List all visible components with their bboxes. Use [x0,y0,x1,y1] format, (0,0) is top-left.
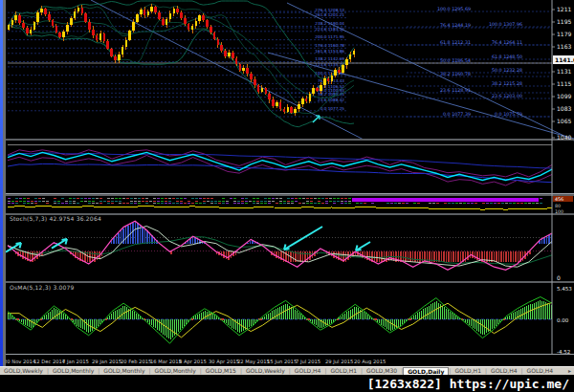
svg-text:0: 0 [557,274,561,281]
svg-text:29 Jul 2015: 29 Jul 2015 [325,359,353,365]
svg-text:20 Feb 2015: 20 Feb 2015 [121,359,151,364]
svg-text:1083: 1083 [557,105,571,112]
svg-text:261.8 1201.21: 261.8 1201.21 [315,12,344,17]
svg-text:1163: 1163 [557,43,571,50]
svg-text:1131: 1131 [557,68,571,75]
svg-text:1195: 1195 [557,18,571,25]
chart-tab-gold-m30[interactable]: GOLD,M30 [363,367,401,375]
svg-text:1099: 1099 [557,93,571,99]
status-bar: [1263x822] https://upic.me/ [0,375,574,392]
chart-tab-gold-monthly[interactable]: GOLD,Monthly [151,367,200,375]
svg-text:1179: 1179 [557,31,571,37]
svg-text:22 May 2015: 22 May 2015 [237,359,270,365]
chart-tab-gold-weekly[interactable]: GOLD,Weekly [0,367,47,375]
svg-text:29 Jan 2015: 29 Jan 2015 [92,359,121,365]
status-text: [1263x822] https://upic.me/ [367,377,574,391]
svg-text:-4.52: -4.52 [557,349,570,355]
svg-text:1211: 1211 [557,6,571,12]
svg-text:100.0 1295.69: 100.0 1295.69 [437,7,471,11]
svg-text:16 Mar 2015: 16 Mar 2015 [150,359,182,364]
chart-canvas[interactable]: 276.4 1208.13261.8 1201.21238.2 1190.042… [0,0,574,366]
chart-tab-gold-monthly[interactable]: GOLD,Monthly [49,367,98,375]
svg-text:12 Dec 2014: 12 Dec 2014 [33,359,66,364]
svg-text:50.0 1186.54: 50.0 1186.54 [440,58,471,63]
svg-text:7 Jul 2015: 7 Jul 2015 [296,359,320,365]
svg-text:1040: 1040 [557,134,571,141]
svg-text:20 Aug 2015: 20 Aug 2015 [354,359,386,365]
svg-text:61.8 1212.31: 61.8 1212.31 [440,40,471,45]
svg-text:30 Apr 2015: 30 Apr 2015 [209,359,239,365]
svg-text:5.453: 5.453 [557,286,572,292]
svg-text:200.0 1171.95: 200.0 1171.95 [315,34,344,39]
svg-text:38.2 1160.78: 38.2 1160.78 [440,72,471,76]
svg-text:161.8 1153.86: 161.8 1153.86 [315,49,344,54]
chart-tab-gold-h4[interactable]: GOLD,H4 [523,367,558,375]
svg-text:76.4 1264.11: 76.4 1264.11 [492,40,522,45]
svg-text:0.0 1077.25: 0.0 1077.25 [320,106,345,111]
date-axis: 20 Nov 201412 Dec 20147 Jan 201529 Jan 2… [4,359,386,365]
svg-text:100: 100 [555,209,563,214]
chart-tab-gold-h4[interactable]: GOLD,H4 [291,367,325,375]
svg-text:50.0 1232.28: 50.0 1232.28 [492,68,522,73]
svg-text:0.0 1077.39: 0.0 1077.39 [443,112,471,117]
mt4-window: 276.4 1208.13261.8 1201.21238.2 1190.042… [0,0,574,392]
ribbon-highlight-bar [352,198,539,202]
current-price-box: 1141.0 [553,55,574,64]
svg-text:23.6 1203.00: 23.6 1203.00 [492,94,522,98]
svg-text:1065: 1065 [557,118,571,124]
chart-tab-gold-m15[interactable]: GOLD,M15 [202,367,240,375]
chart-tab-bar[interactable]: GOLD,Weekly|GOLD,Monthly|GOLD,Monthly|GO… [0,366,574,375]
svg-text:456: 456 [555,197,563,202]
tab-scroll-right-icon[interactable]: ▸ [565,367,574,375]
svg-text:7 Jan 2015: 7 Jan 2015 [62,359,89,365]
svg-text:1115: 1115 [557,80,571,87]
svg-text:76.4 1244.19: 76.4 1244.19 [440,23,471,28]
chart-tab-gold-h1[interactable]: GOLD,H1 [326,367,361,375]
chart-tab-gold-daily[interactable]: GOLD,Daily [403,367,449,375]
svg-text:80: 80 [555,204,561,208]
chart-tab-gold-monthly[interactable]: GOLD,Monthly [99,367,148,375]
window-left-border-inner [3,0,6,375]
chart-tab-gold-h1[interactable]: GOLD,H1 [451,367,485,375]
svg-text:1141.0: 1141.0 [555,56,574,63]
svg-text:38.2 1215.28: 38.2 1215.28 [492,81,522,86]
svg-text:123.6 1135.77: 123.6 1135.77 [315,62,344,67]
svg-text:61.8 1248.50: 61.8 1248.50 [492,54,522,59]
svg-text:0.00: 0.00 [557,317,569,323]
svg-text:8 Apr 2015: 8 Apr 2015 [179,359,207,365]
chart-tab-gold-weekly[interactable]: GOLD,Weekly [242,367,289,375]
svg-text:176.4 1160.78: 176.4 1160.78 [315,43,344,48]
svg-text:20 Nov 2014: 20 Nov 2014 [4,359,36,364]
chart-tab-gold-h4[interactable]: GOLD,H4 [487,367,521,375]
svg-text:15 Jun 2015: 15 Jun 2015 [267,359,297,365]
svg-text:100.0 1307.96: 100.0 1307.96 [489,22,522,27]
svg-text:138.2 1142.69: 138.2 1142.69 [315,56,344,61]
